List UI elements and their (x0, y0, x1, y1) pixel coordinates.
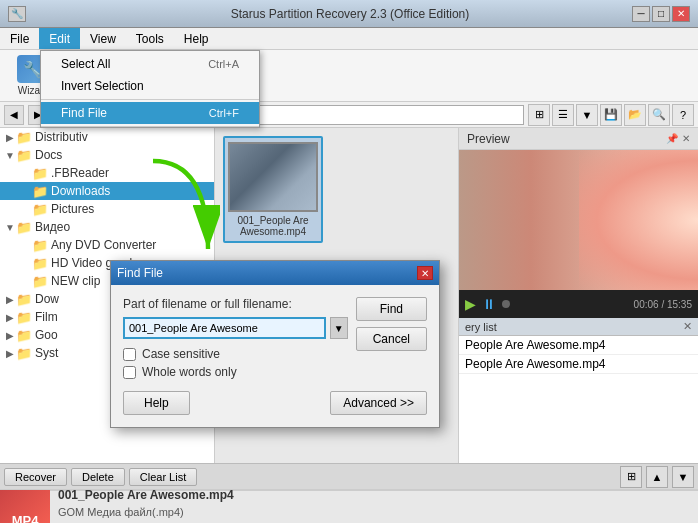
edit-menu-section-1: Select All Ctrl+A Invert Selection (41, 51, 259, 100)
app-icon: 🔧 (8, 6, 26, 22)
menu-file[interactable]: File (0, 28, 39, 49)
find-button[interactable]: Find (356, 297, 427, 321)
case-sensitive-row: Case sensitive (123, 347, 348, 361)
view-icon-btn[interactable]: ⊞ (528, 104, 550, 126)
view-list-btn[interactable]: ☰ (552, 104, 574, 126)
player-indicator (502, 300, 510, 308)
preview-list: ery list ✕ People Are Awesome.mp4 People… (459, 318, 698, 463)
menu-tools[interactable]: Tools (126, 28, 174, 49)
file-thumbnail (228, 142, 318, 212)
delete-button[interactable]: Delete (71, 468, 125, 486)
find-file-input[interactable] (123, 317, 326, 339)
dialog-body: Part of filename or full filename: ▼ Cas… (111, 285, 439, 427)
preview-list-title: ery list (465, 321, 497, 333)
find-dropdown-button[interactable]: ▼ (330, 317, 348, 339)
dialog-close-button[interactable]: ✕ (417, 266, 433, 280)
find-dialog: Find File ✕ Part of filename or full fil… (110, 260, 440, 428)
filter-btn[interactable]: ▼ (576, 104, 598, 126)
tree-item-distributiv[interactable]: ▶ 📁 Distributiv (0, 128, 214, 146)
tree-label: Downloads (51, 184, 110, 198)
dialog-title: Find File (117, 266, 163, 280)
tree-item-docs[interactable]: ▼ 📁 Docs (0, 146, 214, 164)
menu-edit[interactable]: Edit (39, 28, 80, 49)
menu-find-file[interactable]: Find File Ctrl+F (41, 102, 259, 124)
tree-label: Pictures (51, 202, 94, 216)
clear-list-button[interactable]: Clear List (129, 468, 197, 486)
expand-icon: ▶ (4, 312, 16, 323)
close-button[interactable]: ✕ (672, 6, 690, 22)
whole-words-label: Whole words only (142, 365, 237, 379)
folder-icon: 📁 (32, 238, 48, 252)
status-filename: 001_People Are Awesome.mp4 (58, 488, 690, 502)
tree-label: Goo (35, 328, 58, 342)
file-item[interactable]: 001_People Are Awesome.mp4 (223, 136, 323, 243)
case-sensitive-label: Case sensitive (142, 347, 220, 361)
maximize-button[interactable]: □ (652, 6, 670, 22)
recover-button[interactable]: Recover (4, 468, 67, 486)
dialog-input-row: ▼ (123, 317, 348, 339)
tree-label: Film (35, 310, 58, 324)
folder-icon: 📁 (16, 292, 32, 306)
thumbnail-image (230, 144, 316, 210)
cancel-button[interactable]: Cancel (356, 327, 427, 351)
folder-icon: 📁 (32, 166, 48, 180)
info-btn[interactable]: ? (672, 104, 694, 126)
tree-label: Any DVD Converter (51, 238, 156, 252)
expand-icon: ▶ (4, 348, 16, 359)
preview-player: ▶ ⏸ 00:06 / 15:35 (459, 290, 698, 318)
edit-dropdown: Select All Ctrl+A Invert Selection Find … (40, 50, 260, 128)
tree-item-fbreader[interactable]: 📁 .FBReader (0, 164, 214, 182)
menu-bar: File Edit View Tools Help Select All Ctr… (0, 28, 698, 50)
dialog-left: Part of filename or full filename: ▼ Cas… (123, 297, 348, 379)
stop-button[interactable]: ⏸ (482, 296, 496, 312)
whole-words-checkbox[interactable] (123, 366, 136, 379)
preview-close-button[interactable]: ✕ (682, 133, 690, 144)
back-button[interactable]: ◀ (4, 105, 24, 125)
tree-item-pictures[interactable]: 📁 Pictures (0, 200, 214, 218)
case-sensitive-checkbox[interactable] (123, 348, 136, 361)
preview-list-header: ery list ✕ (459, 318, 698, 336)
image-overlay (579, 150, 699, 290)
expand-icon: ▶ (4, 294, 16, 305)
open-btn[interactable]: 📂 (624, 104, 646, 126)
preview-list-item[interactable]: People Are Awesome.mp4 (459, 336, 698, 355)
advanced-button[interactable]: Advanced >> (330, 391, 427, 415)
minimize-button[interactable]: ─ (632, 6, 650, 22)
preview-list-item[interactable]: People Are Awesome.mp4 (459, 355, 698, 374)
expand-icon: ▶ (4, 132, 16, 143)
whole-words-row: Whole words only (123, 365, 348, 379)
tree-item-dvd-converter[interactable]: 📁 Any DVD Converter (0, 236, 214, 254)
tree-label: NEW clip (51, 274, 100, 288)
tree-label: .FBReader (51, 166, 109, 180)
folder-icon: 📁 (32, 202, 48, 216)
menu-help[interactable]: Help (174, 28, 219, 49)
file-name: 001_People Are Awesome.mp4 (229, 215, 317, 237)
window-controls: ─ □ ✕ (632, 6, 690, 22)
expand-icon: ▼ (4, 222, 16, 233)
folder-icon: 📁 (32, 184, 48, 198)
menu-invert-selection[interactable]: Invert Selection (41, 75, 259, 97)
status-bar: MP4 001_People Are Awesome.mp4 GOM Медиа… (0, 489, 698, 523)
menu-select-all[interactable]: Select All Ctrl+A (41, 53, 259, 75)
dialog-main-row: Part of filename or full filename: ▼ Cas… (123, 297, 427, 379)
folder-icon: 📁 (16, 328, 32, 342)
folder-icon: 📁 (16, 346, 32, 360)
play-button[interactable]: ▶ (465, 296, 476, 312)
help-button[interactable]: Help (123, 391, 190, 415)
tree-item-downloads[interactable]: 📁 Downloads (0, 182, 214, 200)
tree-label: Dow (35, 292, 59, 306)
preview-pin-button[interactable]: 📌 (666, 133, 678, 144)
save-btn[interactable]: 💾 (600, 104, 622, 126)
preview-list-close-button[interactable]: ✕ (683, 320, 692, 333)
folder-icon: 📁 (32, 274, 48, 288)
tree-item-video[interactable]: ▼ 📁 Видео (0, 218, 214, 236)
folder-icon: 📁 (32, 256, 48, 270)
preview-title: Preview (467, 132, 510, 146)
search-btn[interactable]: 🔍 (648, 104, 670, 126)
tree-label: Видео (35, 220, 70, 234)
menu-view[interactable]: View (80, 28, 126, 49)
preview-panel: Preview 📌 ✕ ▶ ⏸ 00:06 / 15:35 ery list ✕ (458, 128, 698, 463)
status-info: 001_People Are Awesome.mp4 GOM Медиа фай… (50, 484, 698, 523)
expand-icon: ▶ (4, 330, 16, 341)
status-codec: GOM Медиа файл(.mp4) (58, 506, 690, 518)
